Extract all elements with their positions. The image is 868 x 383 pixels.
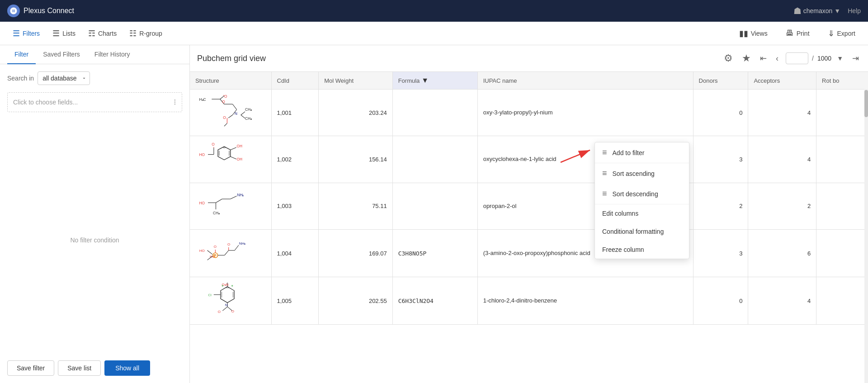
molecule-1: HO O OH OH (195, 140, 266, 179)
molecule-2: HO NH₂ CH₃ (195, 187, 266, 226)
search-select[interactable]: all database (38, 71, 90, 85)
filter-body: Search in all database Click to choose f… (0, 64, 189, 383)
dropdown-add-to-filter[interactable]: ≡ Add to filter (595, 142, 689, 163)
svg-text:O: O (213, 245, 216, 249)
cell-molweight-1: 156.14 (319, 136, 392, 183)
sort-asc-label: Sort ascending (613, 170, 655, 177)
column-dropdown-menu: ≡ Add to filter ≡ Sort ascending ≡ Sort … (594, 142, 689, 259)
rgroup-nav-btn[interactable]: ☷ R-group (124, 25, 168, 42)
svg-point-70 (231, 285, 233, 287)
svg-text:OH: OH (237, 157, 242, 162)
dropdown-freeze-column[interactable]: Freeze column (595, 241, 689, 259)
cell-formula-4: C6H3ClN2O4 (392, 277, 477, 325)
left-panel: Filter Saved Filters Filter History Sear… (0, 45, 190, 383)
secondary-nav-right: ▮▮ Views 🖶 Print ⇓ Export (734, 25, 861, 42)
cell-formula-1 (392, 136, 477, 183)
save-filter-button[interactable]: Save filter (7, 360, 54, 376)
page-dropdown-btn[interactable]: ▼ (835, 53, 845, 64)
svg-line-11 (241, 112, 245, 115)
svg-line-36 (231, 196, 237, 199)
total-pages: 1000 (817, 55, 831, 62)
freeze-column-label: Freeze column (602, 246, 644, 253)
last-page-btn[interactable]: ⇥ (850, 52, 861, 65)
help-link[interactable]: Help (848, 7, 861, 14)
svg-text:Cl: Cl (208, 293, 212, 297)
user-info[interactable]: ☗ chemaxon ▼ (793, 5, 840, 16)
formula-col-header-btn[interactable]: Formula ▼ (398, 76, 429, 85)
cell-donors-1: 3 (693, 136, 748, 183)
molecule-0: H₃C O O N CH₃ CH₃ O (195, 93, 266, 132)
charts-nav-btn[interactable]: ☶ Charts (83, 25, 122, 42)
cell-rotbo-1 (816, 136, 868, 183)
views-icon: ▮▮ (739, 28, 748, 38)
cell-rotbo-4 (816, 277, 868, 325)
top-navigation: Plexus Connect ☗ chemaxon ▼ Help (0, 0, 868, 22)
save-list-button[interactable]: Save list (58, 360, 101, 376)
edit-columns-label: Edit columns (602, 210, 638, 217)
dropdown-edit-columns[interactable]: Edit columns (595, 204, 689, 222)
cell-acceptors-3: 6 (748, 230, 816, 277)
svg-line-15 (228, 115, 232, 118)
filters-icon: ☰ (13, 28, 20, 38)
svg-line-28 (231, 147, 236, 150)
field-chooser[interactable]: Click to choose fields... ⁝ (7, 92, 182, 112)
cell-molweight-3: 169.07 (319, 230, 392, 277)
sort-desc-icon: ≡ (602, 189, 607, 199)
first-page-btn[interactable]: ⇤ (758, 52, 769, 65)
svg-text:O: O (217, 310, 220, 314)
secondary-nav-left: ☰ Filters ☰ Lists ☶ Charts ☷ R-group (7, 25, 168, 42)
svg-line-41 (207, 251, 212, 255)
table-row: Cl O₂N O O N 1,005 202.55 C6H3ClN2O4 1-c… (190, 277, 868, 325)
svg-text:NH₂: NH₂ (239, 241, 245, 246)
scrollbar-thumb[interactable] (864, 90, 868, 117)
dropdown-sort-desc[interactable]: ≡ Sort descending (595, 184, 689, 204)
filters-label: Filters (23, 30, 40, 37)
print-icon: 🖶 (786, 28, 794, 38)
show-all-button[interactable]: Show all (104, 360, 150, 376)
cell-rotbo-0 (816, 90, 868, 136)
cell-formula-3: C3H8NO5P (392, 230, 477, 277)
prev-page-btn[interactable]: ‹ (774, 52, 780, 65)
star-icon-btn[interactable]: ★ (740, 51, 753, 66)
svg-point-69 (222, 285, 223, 287)
filter-tab-filter[interactable]: Filter (7, 45, 36, 64)
th-rotbo: Rot bo (816, 72, 868, 90)
filter-actions: Save filter Save list Show all (7, 360, 182, 376)
cell-formula-2 (392, 183, 477, 229)
scrollbar[interactable] (864, 72, 868, 383)
filter-tab-history[interactable]: Filter History (87, 45, 137, 64)
col-molweight-label: Mol Weight (324, 77, 354, 84)
cell-acceptors-4: 4 (748, 277, 816, 325)
table-body: H₃C O O N CH₃ CH₃ O 1,001 203.24 oxy-3-y… (190, 90, 868, 325)
filters-nav-btn[interactable]: ☰ Filters (7, 25, 45, 42)
molecule-4: Cl O₂N O O N (195, 281, 266, 321)
lists-label: Lists (62, 30, 75, 37)
cell-iupac-0: oxy-3-ylato-propyl)-yl-nium (477, 90, 693, 136)
th-donors: Donors (693, 72, 748, 90)
svg-marker-24 (218, 147, 231, 160)
col-rotbo-label: Rot bo (822, 77, 839, 84)
page-input[interactable]: 1 (786, 52, 808, 64)
main-layout: Filter Saved Filters Filter History Sear… (0, 45, 868, 383)
th-formula[interactable]: Formula ▼ (392, 72, 477, 90)
dropdown-sort-asc[interactable]: ≡ Sort ascending (595, 163, 689, 184)
filter-tab-saved[interactable]: Saved Filters (36, 45, 87, 64)
views-btn[interactable]: ▮▮ Views (734, 25, 773, 42)
export-btn[interactable]: ⇓ Export (822, 25, 861, 42)
cell-cdid-0: 1,001 (271, 90, 319, 136)
col-iupac-label: IUPAC name (483, 77, 517, 84)
lists-nav-btn[interactable]: ☰ Lists (47, 25, 81, 42)
svg-text:CH₃: CH₃ (245, 107, 252, 112)
print-btn[interactable]: 🖶 Print (780, 25, 815, 42)
svg-text:HO: HO (199, 201, 205, 205)
svg-line-4 (220, 96, 224, 99)
dropdown-conditional-formatting[interactable]: Conditional formatting (595, 222, 689, 241)
th-structure: Structure (190, 72, 271, 90)
svg-text:N: N (235, 111, 237, 116)
grid-table-wrapper[interactable]: Structure CdId Mol Weight Formula ▼ (190, 72, 868, 383)
cell-acceptors-1: 4 (748, 136, 816, 183)
user-dropdown-icon[interactable]: ▼ (834, 7, 840, 14)
cell-cdid-3: 1,004 (271, 230, 319, 277)
settings-icon-btn[interactable]: ⚙ (722, 51, 735, 66)
charts-label: Charts (98, 30, 117, 37)
